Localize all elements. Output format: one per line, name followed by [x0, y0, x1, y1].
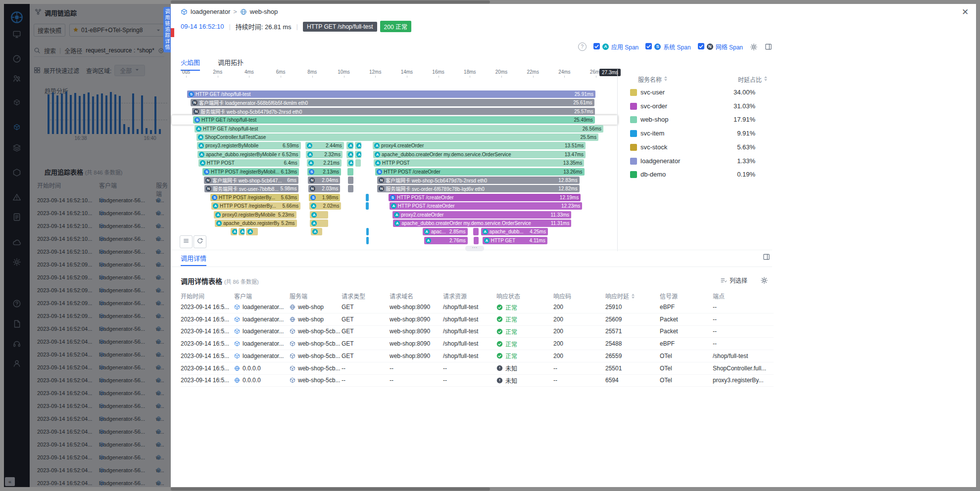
flame-span[interactable] — [366, 228, 369, 235]
flame-span[interactable]: A2.32ms — [306, 151, 343, 158]
flame-span[interactable] — [474, 237, 479, 244]
table-row[interactable]: 2023-09-14 16:5...0.0.0.0web-shop-5cb...… — [181, 374, 774, 387]
flame-reset-button[interactable] — [194, 235, 206, 248]
flame-span[interactable]: Aproxy0.registerByMobile5.23ms — [214, 211, 296, 219]
flame-span[interactable]: A2.76ms — [424, 237, 468, 244]
table-row[interactable]: 2023-09-14 16:5...loadgenerator...web-sh… — [181, 301, 774, 313]
drawer-side-tab[interactable]: 调用链追踪详情 — [163, 7, 171, 52]
service-row[interactable]: web-shop 17.91% — [618, 113, 773, 127]
checkbox-checked-icon[interactable] — [698, 43, 704, 51]
flame-span[interactable]: SHTTP POST /createOrder12.19ms — [389, 194, 581, 201]
gear-icon[interactable] — [760, 276, 768, 284]
flame-span[interactable]: Aapache_dubbo.createOrder my.demo.servic… — [393, 220, 571, 227]
flame-span[interactable]: SHTTP GET /shop/full-test25.49ms — [193, 116, 595, 124]
service-row[interactable]: loadgenerator 1.33% — [618, 155, 773, 168]
col-latency-ratio[interactable]: 时延占比 — [738, 75, 762, 84]
flame-span[interactable]: A — [346, 151, 353, 158]
flame-span[interactable]: S2.13ms — [307, 168, 341, 176]
flame-span[interactable] — [366, 202, 369, 210]
flame-span[interactable]: AHTTP POST6.4ms — [198, 159, 299, 167]
flame-span[interactable]: Aapache_dubbo.registerByMobile my...6.52… — [197, 151, 300, 158]
flame-span[interactable] — [347, 168, 353, 176]
column-header[interactable]: 开始时间 — [181, 292, 234, 300]
column-header[interactable]: 请求类型 — [342, 292, 390, 300]
service-row[interactable]: svc-user 34.00% — [618, 86, 773, 99]
column-header[interactable]: 请求域名 — [390, 292, 443, 300]
h-scrollbar-thumb-bottom[interactable] — [171, 488, 490, 491]
flame-span[interactable]: N客户端网卡 loadgenerator-568b5f6b5f-tkmlm et… — [191, 99, 594, 106]
service-row[interactable]: svc-item 9.91% — [618, 127, 773, 140]
flame-span[interactable]: SHTTP POST /registerBy...5.63ms — [210, 194, 299, 201]
flame-span[interactable]: Aproxy3.registerByMobile6.59ms — [197, 142, 301, 149]
flame-span[interactable] — [348, 185, 353, 192]
flame-span[interactable]: Aapache_dubbo.createOrder my.demo.servic… — [373, 151, 586, 158]
flame-span[interactable]: A — [310, 211, 328, 219]
flame-span[interactable] — [473, 228, 479, 235]
flame-span[interactable]: A — [231, 228, 237, 235]
table-row[interactable]: 2023-09-14 16:5...loadgenerator...web-sh… — [181, 338, 774, 350]
modal-overlay[interactable] — [4, 4, 171, 487]
flame-span[interactable]: A — [346, 142, 353, 149]
h-scrollbar-thumb-top[interactable] — [171, 0, 490, 3]
flame-span[interactable]: AHTTP GET /shop/full-test26.56ms — [195, 125, 603, 133]
flame-span[interactable]: AHTTP POST /registerBy...5.66ms — [211, 202, 300, 210]
flame-span[interactable]: N客户端网卡 web-shop-5cb647...6ms — [204, 177, 298, 184]
column-header[interactable]: 信号源 — [660, 292, 713, 300]
flame-span[interactable]: A — [246, 228, 258, 235]
span-filter-n[interactable]: N 网络 Span — [698, 43, 743, 51]
flame-span[interactable]: N2.03ms — [308, 185, 341, 192]
flame-span[interactable]: A — [311, 228, 322, 235]
flame-span[interactable]: Aapache_dubb...4.25ms — [481, 228, 548, 235]
service-row[interactable]: svc-stock 5.63% — [618, 141, 773, 154]
panel-toggle-icon[interactable] — [763, 253, 770, 263]
flame-span[interactable]: N服务端网卡 svc-order-6f6789c78b-lqd6v eth012… — [377, 185, 579, 192]
flame-span[interactable]: SHTTP GET /shop/full-test25.91ms — [187, 90, 595, 98]
flame-span[interactable]: SHTTP POST /createOrder13.26ms — [375, 168, 584, 176]
column-header[interactable]: 响应时延 — [605, 292, 660, 300]
panel-toggle-icon[interactable] — [765, 43, 772, 50]
flame-span[interactable]: AShopController.fullTestCase25.5ms — [196, 134, 598, 141]
column-header[interactable]: 客户端 — [234, 292, 290, 300]
flame-span[interactable]: Aproxy2.createOrder11.33ms — [392, 211, 571, 219]
flame-span[interactable]: N2.04ms — [308, 177, 340, 184]
table-row[interactable]: 2023-09-14 16:5...loadgenerator...web-sh… — [181, 313, 774, 326]
flame-span[interactable]: Aproxy4.createOrder13.51ms — [373, 142, 586, 149]
flame-span[interactable]: A2.44ms — [305, 142, 344, 149]
flame-span[interactable]: A — [310, 220, 328, 227]
service-row[interactable]: db-demo 0.19% — [618, 168, 773, 181]
flame-span[interactable]: A — [355, 151, 361, 158]
column-header[interactable]: 服务端 — [290, 292, 342, 300]
flame-span[interactable]: A — [355, 142, 361, 149]
flame-span[interactable] — [355, 159, 361, 167]
span-filter-s[interactable]: S 系统 Span — [645, 43, 690, 51]
flame-span[interactable]: A — [347, 159, 353, 167]
column-select-button[interactable]: 列选择 — [720, 276, 747, 284]
checkbox-checked-icon[interactable] — [645, 43, 652, 51]
flame-span[interactable]: AHTTP GET4.11ms — [483, 237, 547, 244]
splitter-handle[interactable]: ⋯ — [465, 246, 484, 251]
flame-span[interactable]: AHTTP POST /createOrder12.23ms — [390, 202, 583, 210]
flame-span[interactable]: Aapache_dubbo.registerBy...5.2ms — [215, 220, 297, 227]
column-header[interactable]: 响应状态 — [496, 292, 553, 300]
flame-legend-button[interactable] — [180, 235, 193, 248]
flame-span[interactable]: N客户端网卡 web-shop-5cb6479d7b-2nrsd eth012.… — [377, 177, 580, 184]
table-row[interactable]: 2023-09-14 16:5...0.0.0.0web-shop-5cb...… — [181, 362, 774, 375]
tab-call-details[interactable]: 调用详情 — [181, 255, 206, 266]
flame-span[interactable]: S1.98ms — [309, 194, 340, 201]
close-icon[interactable]: ✕ — [962, 7, 969, 17]
flame-span[interactable]: A2.21ms — [307, 159, 342, 167]
column-header[interactable]: 响应码 — [553, 292, 605, 300]
flame-span[interactable]: N服务端网卡 web-shop-5cb6479d7b-2nrsd eth025.… — [192, 108, 595, 115]
flame-span[interactable]: A — [239, 228, 245, 235]
flame-span[interactable]: Aapac...2.85ms — [423, 228, 468, 235]
flame-span[interactable] — [366, 194, 369, 201]
service-row[interactable]: svc-order 31.03% — [618, 100, 773, 113]
flame-span[interactable] — [348, 177, 353, 184]
flame-span[interactable] — [366, 237, 369, 244]
column-header[interactable]: 端点 — [713, 292, 768, 300]
table-row[interactable]: 2023-09-14 16:5...loadgenerator...web-sh… — [181, 350, 774, 362]
flame-span[interactable]: A2.02ms — [309, 202, 341, 210]
flame-span[interactable]: N服务端网卡 svc-user-7bbfb8...5.98ms — [204, 185, 298, 192]
column-header[interactable]: 请求资源 — [443, 292, 496, 300]
gear-icon[interactable] — [750, 43, 758, 51]
